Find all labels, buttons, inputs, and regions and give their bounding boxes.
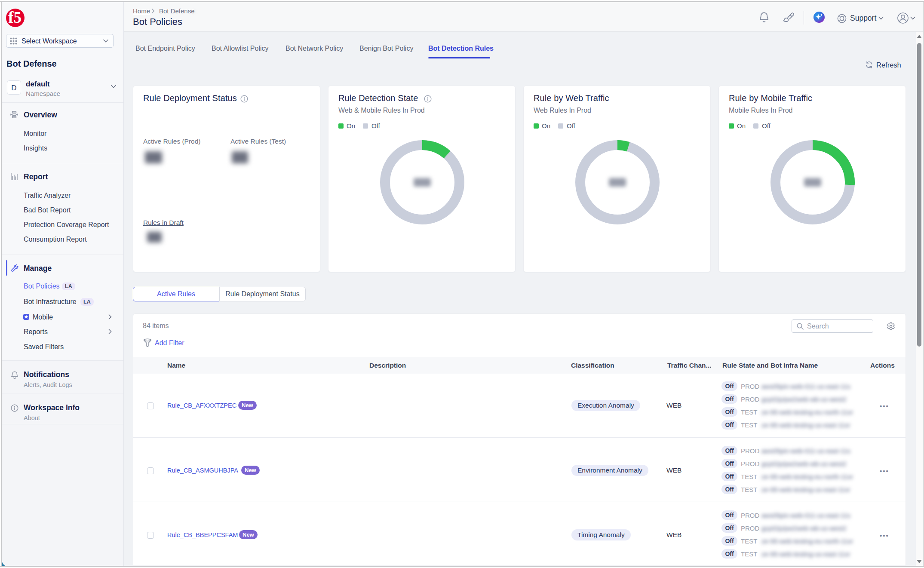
svg-text:f5: f5: [8, 9, 21, 26]
